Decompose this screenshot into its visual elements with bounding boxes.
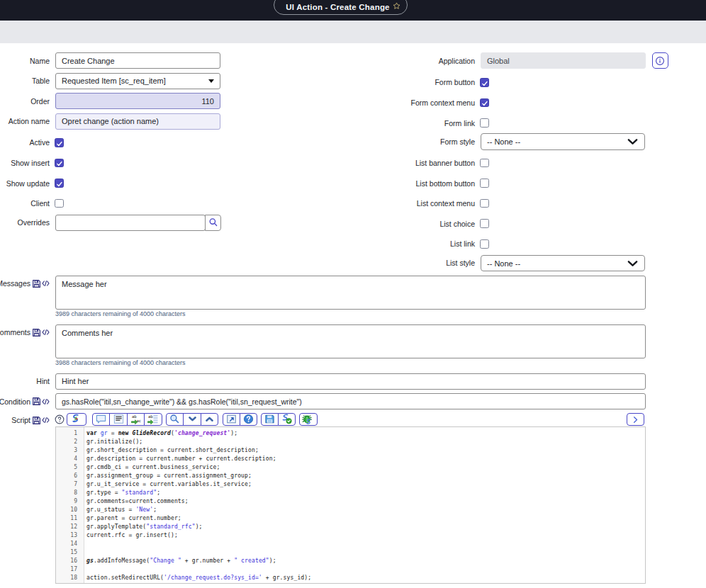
client-label: Client: [0, 196, 50, 212]
order-input[interactable]: 110: [55, 93, 220, 109]
find-next-button[interactable]: [183, 413, 201, 426]
form-style-select[interactable]: -- None --: [481, 133, 645, 150]
form-link-checkbox[interactable]: [480, 118, 489, 128]
messages-char-counter: 3989 characters remaining of 4000 charac…: [55, 310, 186, 317]
line-number: 16: [56, 557, 84, 565]
line-number: 9: [56, 497, 84, 506]
code-line: gr.description = current.number + curren…: [86, 455, 645, 463]
code-line: gs.addInfoMessage("Change " + gr.number …: [86, 557, 645, 565]
show-insert-label: Show insert: [0, 154, 50, 171]
list-choice-checkbox[interactable]: [480, 219, 489, 228]
translate-field-icon: [33, 397, 40, 405]
show-update-checkbox[interactable]: [55, 179, 64, 188]
top-bar: UI Action - Create Change: [0, 0, 706, 21]
line-number: 13: [56, 531, 84, 540]
search-button[interactable]: [166, 413, 184, 426]
save-button[interactable]: [261, 413, 279, 426]
form-context-menu-label: Form context menu: [383, 94, 475, 111]
toggle-comment-button[interactable]: [92, 413, 110, 426]
ui-action-form-page: UI Action - Create Change Name Create Ch…: [0, 0, 706, 588]
hint-input[interactable]: Hint her: [55, 373, 646, 390]
script-help-icon[interactable]: [55, 414, 65, 424]
record-tab[interactable]: UI Action - Create Change: [274, 0, 408, 15]
code-line: gr.assignment_group = current.assignment…: [86, 472, 645, 480]
action-name-label: Action name: [0, 113, 50, 130]
replace-all-button[interactable]: [144, 413, 162, 426]
name-label: Name: [0, 52, 50, 69]
list-style-label: List style: [383, 255, 475, 271]
list-link-label: List link: [383, 236, 475, 252]
toggle-syntax-highlighting-button[interactable]: [67, 413, 87, 426]
list-style-select[interactable]: -- None --: [481, 255, 645, 272]
action-name-input[interactable]: Opret change (action name): [55, 113, 220, 130]
code-field-icon: [42, 329, 50, 335]
toolbar-expand-button[interactable]: [627, 413, 644, 426]
line-number: 17: [56, 565, 84, 574]
list-link-checkbox[interactable]: [480, 239, 489, 249]
line-number: 7: [56, 480, 84, 489]
code-line: var gr = new GlideRecord('change_request…: [86, 429, 645, 438]
code-line: [86, 540, 645, 548]
messages-textarea[interactable]: Message her: [55, 276, 646, 310]
toolbar-button-group: [67, 413, 87, 426]
translate-field-icon: [33, 329, 40, 337]
table-select[interactable]: Requested Item [sc_req_item]: [55, 73, 220, 89]
toolbar-button-group: [261, 413, 296, 426]
comments-char-counter: 3988 characters remaining of 4000 charac…: [55, 359, 186, 366]
messages-label: Messages: [0, 276, 50, 292]
code-field-icon: [42, 281, 50, 286]
active-checkbox[interactable]: [55, 138, 64, 147]
code-line: current.rfc = gr.insert();: [86, 531, 645, 540]
application-info-button[interactable]: [652, 52, 669, 69]
check-syntax-button[interactable]: [278, 413, 296, 426]
editor-line-numbers: 123456789101112131415161718: [56, 427, 84, 583]
select-caret-icon: [208, 79, 214, 83]
overrides-label: Overrides: [0, 215, 50, 231]
list-choice-label: List choice: [383, 215, 475, 232]
form-button-label: Form button: [383, 74, 475, 91]
code-field-icon: [42, 399, 50, 405]
code-line: gr.parent = current.number;: [86, 514, 645, 523]
client-checkbox[interactable]: [55, 199, 64, 208]
editor-code[interactable]: var gr = new GlideRecord('change_request…: [84, 427, 646, 583]
list-context-menu-checkbox[interactable]: [480, 199, 489, 208]
overrides-input[interactable]: [55, 215, 206, 231]
format-code-button[interactable]: [109, 413, 127, 426]
find-previous-button[interactable]: [201, 413, 218, 426]
script-label: Script: [0, 412, 50, 429]
list-bottom-button-checkbox[interactable]: [480, 179, 489, 188]
condition-label: Condition: [0, 393, 50, 409]
help-button[interactable]: [240, 413, 257, 426]
record-tab-label: UI Action - Create Change: [286, 0, 389, 11]
show-insert-checkbox[interactable]: [55, 159, 64, 168]
list-banner-button-checkbox[interactable]: [480, 159, 489, 168]
code-line: gr.cmdb_ci = current.business_service;: [86, 463, 645, 472]
condition-input[interactable]: gs.hasRole("itil,sn_change_write") && gs…: [55, 393, 646, 409]
favorite-star-icon[interactable]: [392, 0, 401, 11]
form-context-menu-checkbox[interactable]: [480, 98, 489, 108]
code-line: [86, 565, 645, 574]
form-header-band: [0, 21, 706, 43]
line-number: 4: [56, 455, 84, 463]
list-context-menu-label: List context menu: [383, 196, 475, 212]
overrides-lookup-button[interactable]: [205, 215, 221, 231]
toolbar-button-group: [223, 413, 258, 426]
line-number: 3: [56, 446, 84, 455]
code-line: gr.u_status = 'New';: [86, 506, 645, 514]
table-label: Table: [0, 73, 50, 89]
toolbar-button-group: [166, 413, 218, 426]
replace-button[interactable]: [127, 413, 145, 426]
order-label: Order: [0, 93, 50, 109]
active-label: Active: [0, 135, 50, 151]
open-in-new-window-button[interactable]: [223, 413, 240, 426]
form-style-label: Form style: [383, 133, 475, 149]
comments-label: Comments: [0, 324, 50, 341]
line-number: 11: [56, 514, 84, 523]
form-button-checkbox[interactable]: [480, 78, 489, 87]
debug-button[interactable]: [299, 413, 317, 426]
comments-textarea[interactable]: Comments her: [55, 324, 646, 359]
translate-field-icon: [33, 280, 40, 288]
code-line: gr.comments=current.comments;: [86, 497, 645, 506]
script-code-editor[interactable]: 123456789101112131415161718 var gr = new…: [55, 426, 646, 584]
name-input[interactable]: Create Change: [55, 52, 220, 69]
